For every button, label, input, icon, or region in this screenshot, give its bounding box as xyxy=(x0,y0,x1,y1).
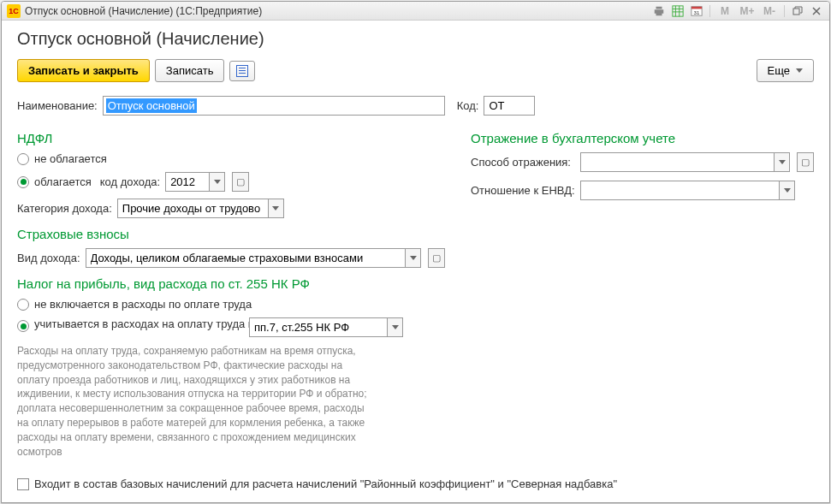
method-dropdown[interactable] xyxy=(774,153,789,171)
income-kind-input[interactable] xyxy=(86,249,405,267)
calendar-icon[interactable]: 31 xyxy=(689,4,704,18)
not-included-label: не включается в расходы по оплате труда xyxy=(34,298,252,311)
income-kind-dropdown[interactable] xyxy=(405,249,420,267)
method-label: Способ отражения: xyxy=(471,156,575,169)
included-label: учитывается в расходах на оплату труда п… xyxy=(34,317,244,330)
base-calc-label: Входит в состав базовых начислений для р… xyxy=(34,477,617,490)
profit-tax-title: Налог на прибыль, вид расхода по ст. 255… xyxy=(17,276,445,291)
code-input[interactable] xyxy=(484,96,535,116)
category-combo[interactable] xyxy=(117,199,284,218)
insurance-title: Страховые взносы xyxy=(17,227,445,241)
svg-text:31: 31 xyxy=(694,9,700,15)
window: 1С Отпуск основной (Начисление) (1С:Пред… xyxy=(1,1,830,503)
window-title: Отпуск основной (Начисление) (1С:Предпри… xyxy=(25,5,651,17)
name-label: Наименование: xyxy=(17,99,98,112)
article-input[interactable] xyxy=(250,318,387,336)
title-bar: 1С Отпуск основной (Начисление) (1С:Пред… xyxy=(2,2,829,21)
envd-label: Отношение к ЕНВД: xyxy=(471,184,575,197)
m-plus-button[interactable]: M+ xyxy=(738,4,757,18)
app-logo-icon: 1С xyxy=(7,4,21,18)
list-button[interactable] xyxy=(229,61,255,81)
article-combo[interactable] xyxy=(249,317,403,337)
income-code-input[interactable] xyxy=(166,173,209,191)
income-kind-combo[interactable] xyxy=(86,248,421,268)
article-dropdown[interactable] xyxy=(387,318,402,336)
category-dropdown[interactable] xyxy=(268,199,283,217)
list-icon xyxy=(236,65,248,77)
m-button[interactable]: M xyxy=(715,4,734,18)
ndfl-not-taxed-radio[interactable] xyxy=(17,153,29,165)
income-code-open-button[interactable]: ▢ xyxy=(232,172,249,192)
footer: Входит в состав базовых начислений для р… xyxy=(17,477,617,490)
income-kind-label: Вид дохода: xyxy=(17,252,80,264)
category-input[interactable] xyxy=(118,199,268,217)
income-code-dropdown[interactable] xyxy=(209,173,224,191)
restore-icon[interactable] xyxy=(790,4,805,18)
income-code-label: код дохода: xyxy=(100,175,160,188)
base-calc-checkbox[interactable] xyxy=(17,478,29,490)
ndfl-taxed-radio[interactable] xyxy=(17,176,29,188)
envd-combo[interactable] xyxy=(580,181,795,200)
page-title: Отпуск основной (Начисление) xyxy=(17,29,814,49)
save-button[interactable]: Записать xyxy=(155,59,225,82)
grid-icon[interactable] xyxy=(670,4,686,18)
save-close-button[interactable]: Записать и закрыть xyxy=(17,59,150,82)
envd-dropdown[interactable] xyxy=(779,181,794,199)
income-kind-open-button[interactable]: ▢ xyxy=(428,248,445,268)
income-code-combo[interactable] xyxy=(165,172,225,192)
ndfl-not-taxed-label: не облагается xyxy=(34,152,107,165)
accounting-title: Отражение в бухгалтерском учете xyxy=(471,131,814,145)
m-minus-button[interactable]: M- xyxy=(760,4,779,18)
more-button[interactable]: Еще xyxy=(757,59,814,82)
ndfl-taxed-label: облагается xyxy=(34,175,92,188)
method-combo[interactable] xyxy=(580,152,790,172)
name-input[interactable]: Отпуск основной xyxy=(103,96,445,116)
category-label: Категория дохода: xyxy=(17,202,112,215)
code-label: Код: xyxy=(457,99,479,112)
toolbar: Записать и закрыть Записать Еще xyxy=(17,59,814,82)
svg-rect-8 xyxy=(793,9,799,15)
print-icon[interactable] xyxy=(651,4,667,18)
method-open-button[interactable]: ▢ xyxy=(797,152,814,172)
chevron-down-icon xyxy=(796,68,803,73)
close-icon[interactable] xyxy=(809,4,824,18)
envd-input[interactable] xyxy=(581,181,779,199)
profit-tax-description: Расходы на оплату труда, сохраняемую раб… xyxy=(17,344,368,459)
not-included-radio[interactable] xyxy=(17,299,29,311)
ndfl-title: НДФЛ xyxy=(17,131,445,145)
included-radio[interactable] xyxy=(17,320,29,332)
svg-rect-0 xyxy=(673,5,683,15)
method-input[interactable] xyxy=(581,153,774,171)
